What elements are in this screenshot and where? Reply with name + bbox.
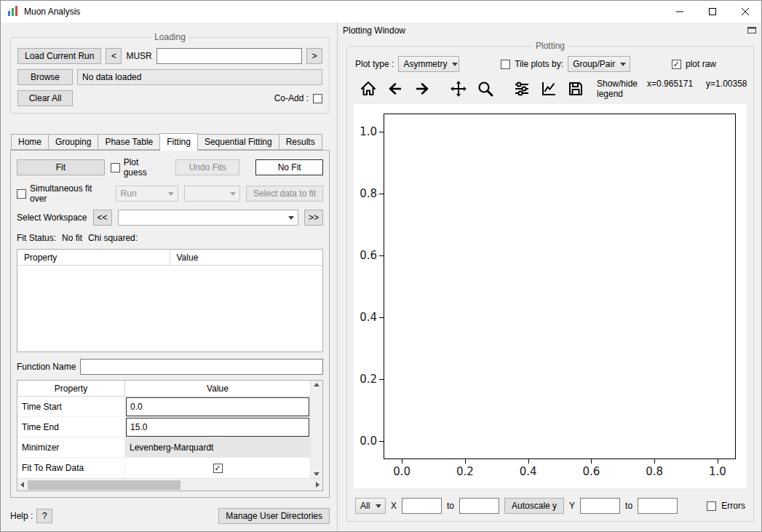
y-tick-label: 0.0 bbox=[360, 434, 377, 448]
column-header-property[interactable]: Property bbox=[17, 381, 125, 396]
function-name-input[interactable] bbox=[80, 359, 323, 375]
muon-analysis-window: Muon Analysis Loading Load Current Run < bbox=[0, 0, 762, 532]
configure-subplots-icon[interactable] bbox=[513, 80, 531, 98]
maximize-icon[interactable] bbox=[696, 1, 729, 23]
close-icon[interactable] bbox=[729, 1, 761, 23]
vertical-scrollbar[interactable] bbox=[310, 381, 322, 478]
y-tick-label: 0.2 bbox=[360, 373, 377, 386]
axes-select-combo[interactable]: All bbox=[355, 498, 386, 514]
tab-bar: Home Grouping Phase Table Fitting Sequen… bbox=[10, 132, 330, 150]
tile-plots-checkbox[interactable] bbox=[501, 60, 510, 69]
float-dock-icon[interactable] bbox=[747, 25, 756, 36]
plot-guess-checkbox[interactable] bbox=[111, 163, 120, 172]
back-icon[interactable] bbox=[386, 80, 404, 98]
to-label: to bbox=[625, 501, 632, 511]
scroll-up-icon[interactable] bbox=[314, 383, 320, 386]
x-max-input[interactable] bbox=[459, 498, 499, 514]
workspace-prev-button[interactable]: << bbox=[93, 210, 112, 226]
help-button[interactable]: ? bbox=[36, 509, 52, 523]
fit-button[interactable]: Fit bbox=[17, 159, 105, 175]
select-workspace-label: Select Workspace bbox=[17, 213, 87, 223]
tab-sequential-fitting[interactable]: Sequential Fitting bbox=[198, 134, 279, 150]
plot-type-label: Plot type : bbox=[355, 59, 394, 69]
minimizer-value[interactable]: Levenberg-Marquardt bbox=[125, 437, 310, 457]
x-tick-mark bbox=[591, 459, 592, 464]
simultaneous-fit-label: Simultaneous fit over bbox=[30, 183, 110, 204]
previous-run-button[interactable]: < bbox=[106, 48, 122, 64]
property-browser-header: Property Value bbox=[17, 381, 310, 397]
x-min-input[interactable] bbox=[402, 498, 442, 514]
time-end-value[interactable]: 15.0 bbox=[126, 418, 309, 437]
run-number-input[interactable] bbox=[156, 48, 302, 64]
errors-checkbox[interactable] bbox=[707, 501, 716, 511]
workspace-combo[interactable] bbox=[118, 210, 298, 226]
pan-icon[interactable] bbox=[450, 80, 467, 98]
cursor-x: x=0.965171 bbox=[647, 79, 693, 89]
home-icon[interactable] bbox=[360, 80, 377, 98]
column-header-value[interactable]: Value bbox=[170, 253, 199, 263]
tab-phase-table[interactable]: Phase Table bbox=[98, 134, 160, 150]
forward-icon[interactable] bbox=[413, 80, 431, 98]
loading-group-title: Loading bbox=[151, 32, 188, 42]
show-hide-legend-button[interactable]: Show/hide legend bbox=[597, 79, 638, 99]
fit-status-table: Property Value bbox=[17, 249, 323, 352]
time-start-value[interactable]: 0.0 bbox=[126, 397, 309, 416]
scroll-down-icon[interactable] bbox=[314, 472, 320, 476]
simultaneous-by-combo: Run bbox=[116, 186, 179, 202]
clear-all-button[interactable]: Clear All bbox=[17, 90, 73, 106]
horizontal-scrollbar[interactable] bbox=[17, 478, 322, 491]
autoscale-y-button[interactable]: Autoscale y bbox=[504, 498, 564, 514]
manage-user-directories-button[interactable]: Manage User Directories bbox=[218, 508, 330, 524]
save-icon[interactable] bbox=[567, 80, 584, 98]
y-tick-mark bbox=[379, 317, 384, 318]
scroll-left-icon[interactable] bbox=[20, 482, 24, 488]
chi-squared-label: Chi squared: bbox=[88, 233, 138, 243]
no-fit-button[interactable]: No Fit bbox=[255, 159, 323, 175]
customize-plot-icon[interactable] bbox=[540, 80, 557, 98]
table-row: Minimizer Levenberg-Marquardt bbox=[17, 437, 310, 458]
fit-property-browser: Property Value Time Start 0.0 Time End 1… bbox=[17, 380, 323, 491]
tile-by-combo[interactable]: Group/Pair bbox=[568, 56, 630, 72]
x-tick-mark bbox=[402, 459, 402, 464]
cursor-coordinates: x=0.965171 y=1.00358 bbox=[647, 79, 751, 89]
dock-title: Plotting Window bbox=[343, 25, 405, 36]
fit-to-raw-data-checkbox[interactable] bbox=[213, 464, 223, 473]
scroll-right-icon[interactable] bbox=[316, 482, 320, 488]
plot-canvas[interactable]: 1.0 0.8 0.6 0.4 0.2 0.0 0.0 0.2 bbox=[354, 104, 747, 488]
loading-group: Loading Load Current Run < MUSR > Browse… bbox=[10, 37, 330, 114]
y-min-input[interactable] bbox=[580, 498, 620, 514]
tab-results[interactable]: Results bbox=[279, 134, 322, 150]
y-tick-label: 0.6 bbox=[360, 249, 377, 262]
browse-button[interactable]: Browse bbox=[17, 69, 73, 85]
tab-home[interactable]: Home bbox=[11, 134, 49, 150]
coadd-checkbox[interactable] bbox=[313, 94, 322, 103]
minimize-icon[interactable] bbox=[663, 1, 696, 23]
column-header-value[interactable]: Value bbox=[125, 384, 310, 394]
property-name: Time Start bbox=[17, 397, 125, 416]
load-current-run-button[interactable]: Load Current Run bbox=[17, 48, 101, 64]
y-range-label: Y bbox=[569, 501, 575, 511]
next-run-button[interactable]: > bbox=[306, 48, 322, 64]
zoom-icon[interactable] bbox=[477, 80, 494, 98]
property-name: Time End bbox=[17, 417, 125, 437]
plot-guess-label: Plot guess bbox=[124, 157, 164, 178]
tab-grouping[interactable]: Grouping bbox=[49, 134, 98, 150]
plot-type-combo[interactable]: Asymmetry bbox=[398, 56, 459, 72]
y-tick-mark bbox=[379, 132, 384, 132]
workspace-next-button[interactable]: >> bbox=[304, 210, 323, 226]
plotting-group: Plotting Plot type : Asymmetry Tile plot… bbox=[346, 46, 754, 522]
help-label: Help : bbox=[10, 511, 33, 521]
scrollbar-thumb[interactable] bbox=[28, 480, 180, 490]
y-max-input[interactable] bbox=[638, 498, 678, 514]
plotting-window-dock: Plotting Window Plotting Plot type : Asy… bbox=[337, 23, 761, 531]
x-tick-label: 0.4 bbox=[520, 465, 537, 478]
simultaneous-fit-checkbox[interactable] bbox=[17, 189, 26, 199]
tab-fitting[interactable]: Fitting bbox=[160, 133, 198, 151]
property-name: Fit To Raw Data bbox=[17, 458, 125, 478]
plot-axes: 1.0 0.8 0.6 0.4 0.2 0.0 0.0 0.2 bbox=[384, 114, 736, 459]
column-header-property[interactable]: Property bbox=[17, 250, 170, 265]
data-status-field: No data loaded bbox=[77, 69, 322, 85]
x-tick-label: 0.0 bbox=[393, 465, 410, 478]
plot-raw-checkbox[interactable] bbox=[672, 60, 681, 69]
table-row: Time End 15.0 bbox=[17, 417, 310, 437]
